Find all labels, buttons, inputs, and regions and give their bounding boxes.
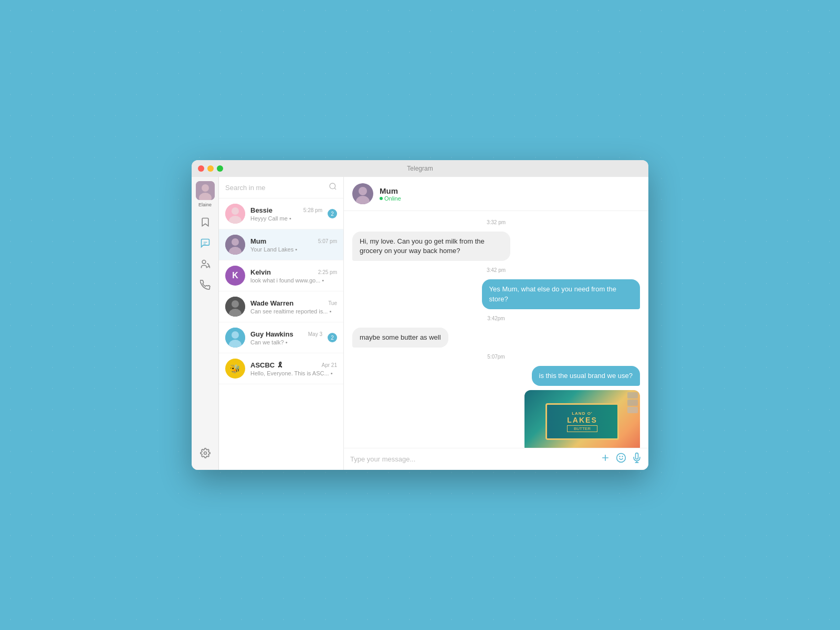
contact-preview-mum: Your Land Lakes • [250, 246, 337, 253]
contact-avatar-bessie [225, 204, 245, 224]
contacts-panel: Bessie 5:28 pm Heyyy Call me • 2 [219, 177, 344, 470]
attach-icon[interactable] [600, 453, 611, 466]
svg-point-4 [204, 452, 206, 455]
contact-item-guy-hawkins[interactable]: Guy Hawkins May 3 Can we talk? • 2 [219, 322, 343, 353]
search-icon[interactable] [329, 182, 337, 193]
message-image: LAND O' LAKES BUTTER [524, 390, 640, 448]
timestamp-2: 3:42 pm [352, 267, 640, 273]
window-title: Telegram [407, 165, 433, 172]
svg-point-13 [232, 300, 239, 308]
contact-info-guy-hawkins: Guy Hawkins May 3 Can we talk? • [250, 330, 322, 345]
contact-name-wade-warren: Wade Warren [250, 299, 293, 307]
chat-header: Mum Online [344, 177, 648, 211]
contact-info-kelvin: Kelvin 2:25 pm look what i found www.go.… [250, 268, 337, 284]
unread-badge-bessie: 2 [328, 209, 337, 218]
contact-name-mum: Mum [250, 237, 266, 245]
messages-area: 3:32 pm Hi, my love. Can you go get milk… [344, 211, 648, 448]
contact-item-ascbc[interactable]: 🐝 ASCBC 🎗 Apr 21 Hello, Everyone. This i… [219, 353, 343, 384]
contact-time-wade-warren: Tue [328, 300, 337, 306]
contact-item-wade-warren[interactable]: Wade Warren Tue Can see realtime reporte… [219, 291, 343, 322]
chat-panel: Mum Online 3:32 pm Hi, my love. Can you … [344, 177, 648, 470]
microphone-icon[interactable] [632, 453, 642, 466]
contact-preview-kelvin: look what i found www.go... • [250, 277, 337, 284]
timestamp-4: 5:07pm [352, 354, 640, 360]
close-button[interactable] [198, 165, 204, 172]
title-bar: Telegram [192, 160, 648, 177]
contact-time-ascbc: Apr 21 [322, 362, 337, 368]
message-sent-1: Yes Mum, what else do you need from the … [482, 279, 640, 309]
emoji-icon[interactable] [616, 453, 626, 466]
contact-time-bessie: 5:28 pm [303, 207, 322, 213]
sidebar-item-settings[interactable] [197, 445, 214, 461]
status-dot [380, 197, 383, 200]
contact-avatar-wade-warren [225, 297, 245, 317]
message-received-1: Hi, my love. Can you go get milk from th… [352, 232, 510, 261]
message-received-2: maybe some butter as well [352, 328, 448, 348]
svg-point-5 [330, 183, 335, 189]
chat-contact-status: Online [380, 195, 401, 202]
contact-info-ascbc: ASCBC 🎗 Apr 21 Hello, Everyone. This is … [250, 361, 337, 376]
contact-name-bessie: Bessie [250, 206, 272, 214]
search-input[interactable] [225, 184, 324, 192]
svg-point-1 [202, 184, 209, 192]
contact-time-mum: 5:07 pm [318, 238, 337, 244]
message-image-inner: LAND O' LAKES BUTTER [524, 390, 640, 448]
contact-item-bessie[interactable]: Bessie 5:28 pm Heyyy Call me • 2 [219, 198, 343, 229]
contact-avatar-kelvin: K [225, 266, 245, 286]
minimize-button[interactable] [207, 165, 214, 172]
traffic-lights [198, 165, 223, 172]
contact-info-wade-warren: Wade Warren Tue Can see realtime reporte… [250, 299, 337, 314]
app-window: Telegram Elaine [192, 160, 648, 470]
unread-badge-guy-hawkins: 2 [328, 333, 337, 342]
svg-point-10 [232, 238, 239, 246]
chat-status-text: Online [384, 195, 401, 202]
sidebar-item-contacts[interactable] [197, 256, 214, 272]
contact-avatar-ascbc: 🐝 [225, 359, 245, 379]
contact-name-ascbc: ASCBC 🎗 [250, 361, 284, 369]
main-content: Elaine [192, 177, 648, 470]
sidebar-item-calls[interactable] [197, 277, 214, 293]
user-name-label: Elaine [198, 202, 212, 207]
contact-name-guy-hawkins: Guy Hawkins [250, 330, 293, 338]
contact-list: Bessie 5:28 pm Heyyy Call me • 2 [219, 198, 343, 470]
contact-name-kelvin: Kelvin [250, 268, 271, 276]
svg-point-3 [202, 260, 206, 264]
contact-time-guy-hawkins: May 3 [308, 331, 322, 337]
chat-contact-info: Mum Online [380, 186, 401, 202]
contact-avatar-guy-hawkins [225, 328, 245, 348]
contact-info-mum: Mum 5:07 pm Your Land Lakes • [250, 237, 337, 253]
message-input-area [344, 448, 648, 470]
chat-contact-name: Mum [380, 186, 401, 195]
timestamp-1: 3:32 pm [352, 219, 640, 225]
timestamp-3: 3:42pm [352, 316, 640, 321]
svg-point-16 [232, 331, 239, 339]
sidebar-bottom [197, 445, 214, 466]
search-bar [219, 177, 343, 198]
icon-sidebar: Elaine [192, 177, 219, 470]
sidebar-item-saved[interactable] [197, 214, 214, 230]
contact-item-mum[interactable]: Mum 5:07 pm Your Land Lakes • [219, 229, 343, 260]
contact-item-kelvin[interactable]: K Kelvin 2:25 pm look what i found www.g… [219, 260, 343, 291]
sidebar-item-chats[interactable] [197, 235, 214, 251]
svg-point-7 [232, 207, 239, 215]
image-message-group: LAND O' LAKES BUTTER [524, 390, 640, 448]
chat-contact-avatar [352, 183, 373, 204]
svg-point-23 [617, 454, 626, 463]
user-avatar[interactable] [196, 181, 215, 200]
contact-time-kelvin: 2:25 pm [318, 269, 337, 275]
contact-preview-ascbc: Hello, Everyone. This is ASC... • [250, 370, 337, 376]
message-input[interactable] [350, 455, 595, 463]
contact-preview-guy-hawkins: Can we talk? • [250, 339, 322, 345]
contact-avatar-mum [225, 235, 245, 255]
contact-preview-bessie: Heyyy Call me • [250, 215, 322, 222]
contact-preview-wade-warren: Can see realtime reported is... • [250, 308, 337, 314]
svg-point-19 [359, 187, 367, 195]
contact-info-bessie: Bessie 5:28 pm Heyyy Call me • [250, 206, 322, 222]
maximize-button[interactable] [217, 165, 223, 172]
message-sent-2: is this the usual brand we use? [532, 366, 640, 386]
